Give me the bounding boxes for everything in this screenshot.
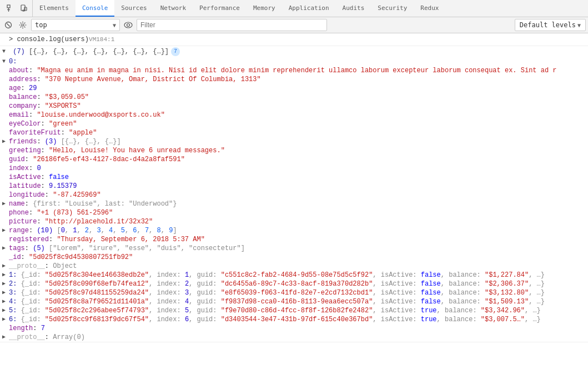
index3-expand-arrow[interactable]	[2, 288, 9, 297]
prop-email: email : "louise.underwood@xsports.co.uk"	[0, 111, 588, 119]
index2-expand-arrow[interactable]	[2, 280, 9, 288]
context-dropdown-arrow: ▼	[113, 22, 116, 28]
array-index-1: 1: {_id: "5d025f8c304ee146638edb2e" , in…	[0, 271, 588, 280]
prop-favoritefruit: favoriteFruit : "apple"	[0, 128, 588, 137]
prop-latitude: latitude : 9.15379	[0, 182, 588, 191]
devtools-toolbar-icons	[2, 0, 33, 17]
array-expansion-entry: (7) [{…}, {…}, {…}, {…}, {…}, {…}, {…}] …	[0, 46, 588, 342]
array-count: (7)	[9, 47, 29, 56]
prop-company: company : "XSPORTS"	[0, 102, 588, 111]
source-link[interactable]: VM184:1	[89, 35, 119, 44]
name-expand-arrow[interactable]	[2, 200, 9, 208]
index1-expand-arrow[interactable]	[2, 271, 9, 280]
array-index-3: 3: {_id: "5d025f8c97d481155259da24" , in…	[0, 288, 588, 297]
tab-sources[interactable]: Sources	[114, 0, 153, 17]
tab-elements[interactable]: Elements	[33, 0, 76, 17]
prop-tags: tags : (5) ["Lorem", "irure", "esse", "d…	[0, 244, 588, 253]
prop-guid: guid : "26186fe5-ef43-4127-8dac-d4a2a8fa…	[0, 155, 588, 164]
index4-expand-arrow[interactable]	[2, 297, 9, 306]
clear-console-button[interactable]	[2, 19, 14, 31]
svg-point-9	[124, 22, 132, 28]
prop-isactive: isActive : false	[0, 173, 588, 182]
tab-security[interactable]: Security	[371, 0, 414, 17]
tab-network[interactable]: Network	[154, 0, 193, 17]
prop-greeting: greeting : "Hello, Louise! You have 6 un…	[0, 146, 588, 155]
prop-picture: picture : "http://placehold.it/32x32"	[0, 217, 588, 226]
console-output: > console.log(users) VM184:1 (7) [{…}, {…	[0, 33, 588, 379]
tags-expand-arrow[interactable]	[2, 244, 9, 253]
devtools-tab-bar: Elements Console Sources Network Perform…	[0, 0, 588, 17]
svg-point-8	[22, 24, 24, 26]
tab-application[interactable]: Application	[282, 0, 336, 17]
prop-index: index : 0	[0, 164, 588, 173]
log-statement: > console.log(users)	[9, 35, 89, 44]
svg-rect-0	[7, 5, 10, 8]
array-badge: 7	[171, 47, 180, 56]
prop-friends: friends : (3) [{…}, {…}, {…}]	[0, 137, 588, 146]
friends-expand-arrow[interactable]	[2, 137, 9, 146]
filter-input[interactable]	[137, 19, 327, 31]
prop-age: age : 29	[0, 84, 588, 93]
console-toolbar: top ▼ Default levels ▼	[0, 17, 588, 33]
prop-longitude: longitude : "-87.425969"	[0, 191, 588, 200]
array-preview: [{…}, {…}, {…}, {…}, {…}, {…}, {…}]	[29, 47, 169, 56]
prop-balance: balance : "$3,059.05"	[0, 93, 588, 102]
prop-proto: __proto__ : Object	[0, 262, 588, 271]
prop-name: name : {first: "Louise", last: "Underwoo…	[0, 200, 588, 208]
console-log-entry: > console.log(users) VM184:1	[0, 33, 588, 46]
svg-rect-5	[24, 7, 27, 11]
prop-phone: phone : "+1 (873) 561-2596"	[0, 208, 588, 217]
hide-network-button[interactable]	[122, 19, 134, 31]
range-expand-arrow[interactable]	[2, 226, 9, 235]
tab-audits[interactable]: Audits	[336, 0, 371, 17]
tab-performance[interactable]: Performance	[193, 0, 247, 17]
svg-line-7	[7, 23, 10, 27]
proto0-expand-arrow[interactable]	[2, 262, 9, 271]
index5-expand-arrow[interactable]	[2, 306, 9, 315]
context-value: top	[35, 21, 47, 29]
device-icon[interactable]	[19, 3, 29, 13]
tab-console[interactable]: Console	[76, 0, 114, 17]
inspect-icon[interactable]	[6, 3, 16, 13]
array-index-4: 4: {_id: "5d025f8c8a7f96521d11401a" , in…	[0, 297, 588, 306]
prop-address: address : "370 Neptune Avenue, Omar, Dis…	[0, 75, 588, 84]
settings-button[interactable]	[17, 19, 29, 31]
default-levels-button[interactable]: Default levels ▼	[515, 19, 586, 31]
prop-about: about : "Magna eu anim in magna in nisi.…	[0, 66, 588, 75]
default-levels-arrow: ▼	[577, 22, 581, 28]
index0-expand-arrow[interactable]	[2, 57, 9, 66]
array-index-2: 2: {_id: "5d025f8c090f68efb74fea12" , in…	[0, 280, 588, 288]
array-index-6: 6: {_id: "5d025f8cc9f6813f9dc67f54" , in…	[0, 315, 588, 324]
array-index-5: 5: {_id: "5d025f8c2c296abee5f74793" , in…	[0, 306, 588, 315]
array-expand-arrow[interactable]	[2, 47, 9, 56]
proto-array-expand-arrow[interactable]	[2, 333, 9, 342]
svg-point-10	[127, 24, 130, 27]
array-length: length : 7	[0, 324, 588, 333]
prop-eyecolor: eyeColor : "green"	[0, 119, 588, 128]
index0-label: 0:	[9, 57, 17, 66]
array-index-0: 0:	[0, 57, 588, 66]
tab-memory[interactable]: Memory	[247, 0, 282, 17]
prop-registered: registered : "Thursday, September 6, 201…	[0, 235, 588, 244]
prop-id: _id : "5d025f8c9d4530807251fb92"	[0, 253, 588, 262]
array-proto: __proto__ : Array(0)	[0, 333, 588, 342]
prop-range: range : (10) [ 0 , 1 , 2 , 3 , 4 , 5 , 6…	[0, 226, 588, 235]
index6-expand-arrow[interactable]	[2, 315, 9, 324]
context-selector[interactable]: top ▼	[31, 19, 120, 31]
tab-redux[interactable]: Redux	[414, 0, 445, 17]
